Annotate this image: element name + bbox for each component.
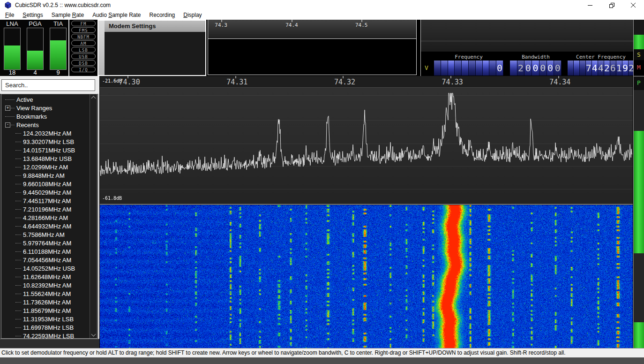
menu-item-audio-sample-rate[interactable]: Audio Sample Rate bbox=[88, 11, 145, 19]
digit-cell[interactable] bbox=[469, 61, 476, 76]
tree-item-recents[interactable]: -Recents bbox=[5, 121, 90, 129]
squelch-indicator[interactable]: S bbox=[634, 49, 644, 60]
digit-cell[interactable]: 0 bbox=[554, 61, 562, 76]
digit-cell[interactable] bbox=[574, 61, 580, 76]
recent-item[interactable]: 7.054456MHz AM bbox=[15, 256, 90, 264]
modem-button-lsb[interactable]: LSB bbox=[71, 47, 96, 53]
recent-item[interactable]: 74.22593MHz LSB bbox=[15, 332, 90, 338]
recent-item[interactable]: 12.0299MHz AM bbox=[15, 163, 90, 171]
digit-cell[interactable] bbox=[462, 61, 469, 76]
digit-cell[interactable] bbox=[580, 61, 586, 76]
recent-item[interactable]: 13.6848MHz USB bbox=[15, 154, 90, 163]
tree-item-view-ranges[interactable]: +View Ranges bbox=[5, 104, 90, 112]
modem-button-fms[interactable]: FMS bbox=[71, 27, 96, 33]
modem-button-i-q[interactable]: I/Q bbox=[71, 67, 96, 72]
digit-cell[interactable]: 0 bbox=[524, 61, 532, 76]
recent-item[interactable]: 7.445117MHz AM bbox=[15, 197, 90, 205]
recent-item[interactable]: 124.2032MHz AM bbox=[15, 129, 90, 137]
gain-meter-bar[interactable] bbox=[50, 28, 67, 70]
menu-item-sample-rate[interactable]: Sample Rate bbox=[47, 11, 88, 19]
digit-cell[interactable] bbox=[434, 61, 441, 76]
recent-item[interactable]: 5.979764MHz AM bbox=[15, 239, 90, 247]
digit-cell[interactable]: 1 bbox=[616, 61, 622, 76]
waterfall-gain-meter[interactable] bbox=[634, 253, 644, 348]
squelch-meter[interactable] bbox=[634, 20, 644, 49]
recent-item[interactable]: 11.55624MHz AM bbox=[15, 289, 90, 298]
menu-item-recording[interactable]: Recording bbox=[145, 11, 180, 19]
gain-meter-bar[interactable] bbox=[27, 28, 44, 70]
digit-cell[interactable]: 9 bbox=[622, 61, 629, 76]
expander-icon[interactable]: + bbox=[5, 106, 10, 111]
digit-cell[interactable]: 0 bbox=[539, 61, 547, 76]
recent-item[interactable]: 11.85679MHz AM bbox=[15, 306, 90, 315]
minimize-button[interactable] bbox=[579, 0, 601, 10]
modem-button-nbfm[interactable]: NBFM bbox=[71, 34, 96, 39]
recent-item[interactable]: 11.62648MHz AM bbox=[15, 273, 90, 281]
digit-cell[interactable] bbox=[476, 61, 483, 76]
recent-item[interactable]: 4.28166MHz AM bbox=[15, 213, 90, 222]
recent-item[interactable]: 9.8848MHz AM bbox=[15, 171, 90, 180]
visual-gain-indicator[interactable]: V bbox=[422, 61, 431, 75]
scroll-up-icon[interactable] bbox=[91, 96, 96, 101]
expander-icon[interactable]: - bbox=[5, 122, 10, 128]
restore-button[interactable] bbox=[601, 0, 622, 10]
gain-meter-bar[interactable] bbox=[4, 28, 21, 70]
recent-item[interactable]: 11.69978MHz LSB bbox=[15, 323, 90, 332]
title-bar[interactable]: CubicSDR v0.2.5 :: www.cubicsdr.com bbox=[0, 0, 644, 10]
recent-item[interactable]: 5.7586MHz AM bbox=[15, 230, 90, 239]
recent-item[interactable]: 11.73626MHz AM bbox=[15, 298, 90, 306]
digit-cell[interactable] bbox=[489, 61, 496, 76]
modem-button-fm[interactable]: FM bbox=[71, 21, 96, 26]
digit-cell[interactable]: 4 bbox=[592, 61, 598, 76]
recent-item[interactable]: 11.31953MHz LSB bbox=[15, 315, 90, 323]
menu-item-file[interactable]: File bbox=[1, 11, 18, 19]
search-input[interactable] bbox=[1, 79, 95, 91]
digit-cell[interactable]: 0 bbox=[532, 61, 539, 76]
digit-cell[interactable]: 6 bbox=[610, 61, 616, 76]
gain-meter-tia[interactable]: TIA9 bbox=[49, 20, 67, 76]
digit-cell[interactable]: 0 bbox=[547, 61, 554, 76]
digit-cell[interactable] bbox=[441, 61, 448, 76]
mute-indicator[interactable]: M bbox=[634, 60, 644, 75]
menu-item-display[interactable]: Display bbox=[179, 11, 206, 19]
peak-hold-indicator[interactable]: P bbox=[634, 76, 644, 90]
modem-settings-scrollbar[interactable] bbox=[98, 21, 105, 75]
waterfall-canvas[interactable] bbox=[100, 205, 633, 348]
recent-item[interactable]: 14.05252MHz USB bbox=[15, 264, 90, 273]
digit-cell[interactable] bbox=[455, 61, 462, 76]
digit-cell[interactable] bbox=[510, 61, 517, 76]
demod-preview-panel[interactable]: 74.374.474.5 bbox=[208, 20, 417, 75]
recent-item[interactable]: 9.445029MHz AM bbox=[15, 188, 90, 197]
recent-item[interactable]: 4.644932MHz AM bbox=[15, 222, 90, 230]
spectrum-gain-meter[interactable] bbox=[634, 90, 644, 253]
digit-cell[interactable] bbox=[448, 61, 455, 76]
modem-button-usb[interactable]: USB bbox=[71, 53, 96, 59]
tree-item-active[interactable]: Active bbox=[5, 95, 90, 104]
demod-preview-scale[interactable]: 74.374.474.5 bbox=[208, 20, 416, 39]
digit-cell[interactable]: 2 bbox=[517, 61, 525, 76]
recent-item[interactable]: 9.660108MHz AM bbox=[15, 180, 90, 188]
frequency-scale[interactable]: -21.6dB 74.3074.3174.3274.3374.34 bbox=[100, 76, 633, 87]
digit-cell[interactable] bbox=[483, 61, 490, 76]
spectrum-canvas[interactable] bbox=[100, 87, 633, 204]
recent-item[interactable]: 93.30207MHz LSB bbox=[15, 137, 90, 146]
digit-cell[interactable] bbox=[568, 61, 574, 76]
modem-button-am[interactable]: AM bbox=[71, 40, 96, 46]
tree-scrollbar[interactable] bbox=[90, 94, 97, 338]
recent-item[interactable]: 10.82392MHz AM bbox=[15, 281, 90, 289]
recent-item[interactable]: 14.01571MHz USB bbox=[15, 146, 90, 154]
demod-preview-waterfall[interactable] bbox=[208, 39, 416, 75]
modem-button-dsb[interactable]: DSB bbox=[71, 60, 96, 66]
digit-cell[interactable]: 7 bbox=[586, 61, 592, 76]
digit-cell[interactable]: 0 bbox=[496, 61, 503, 76]
recent-item[interactable]: 7.210196MHz AM bbox=[15, 205, 90, 213]
gain-meter-lna[interactable]: LNA18 bbox=[3, 20, 22, 76]
digit-cell[interactable]: 4 bbox=[598, 61, 604, 76]
menu-item-settings[interactable]: Settings bbox=[18, 11, 47, 19]
gain-meter-pga[interactable]: PGA4 bbox=[26, 20, 45, 76]
close-button[interactable] bbox=[622, 0, 644, 10]
digit-cell[interactable]: 2 bbox=[604, 61, 610, 76]
scroll-down-icon[interactable] bbox=[91, 332, 96, 337]
recent-item[interactable]: 6.110188MHz AM bbox=[15, 247, 90, 256]
tree-item-bookmarks[interactable]: Bookmarks bbox=[5, 112, 90, 121]
